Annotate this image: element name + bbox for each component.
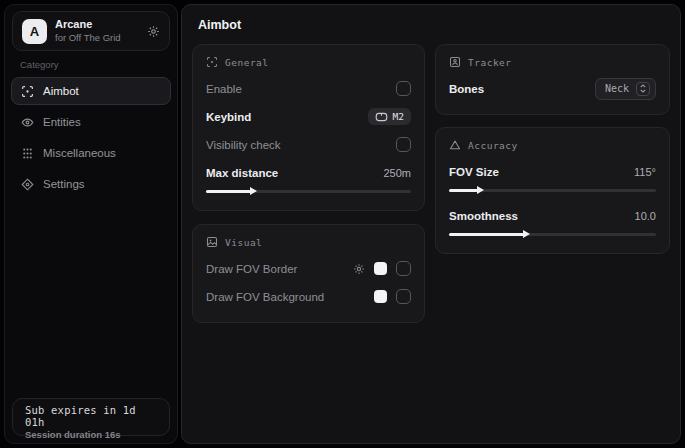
- general-card-title: General: [225, 57, 269, 68]
- triangle-icon: [449, 139, 461, 151]
- visual-card: Visual Draw FOV Border: [192, 224, 425, 323]
- viewfinder-icon: [206, 56, 218, 68]
- fov-background-color-swatch[interactable]: [374, 290, 387, 303]
- max-distance-row: Max distance 250m: [206, 164, 411, 181]
- fov-background-controls: [374, 289, 411, 304]
- sidebar-item-label: Aimbot: [43, 85, 79, 97]
- tracker-card-title: Tracker: [468, 57, 512, 68]
- fov-border-row: Draw FOV Border: [206, 260, 411, 277]
- visual-card-header: Visual: [206, 236, 411, 248]
- tracker-card: Tracker Bones Neck: [435, 44, 670, 115]
- main-panel: Aimbot General Enable: [181, 4, 681, 444]
- visibility-check-label: Visibility check: [206, 139, 281, 151]
- person-scan-icon: [449, 56, 461, 68]
- sidebar-item-settings[interactable]: Settings: [11, 170, 171, 198]
- mouse-icon: [375, 112, 388, 122]
- fov-size-slider-thumb[interactable]: [477, 186, 484, 194]
- session-duration-text: Session duration 16s: [25, 429, 157, 440]
- unfold-icon: [636, 82, 650, 96]
- tracker-card-header: Tracker: [449, 56, 656, 68]
- sidebar: A Arcane for Off The Grid Category Aimbo…: [4, 4, 178, 444]
- app-name: Arcane: [55, 18, 139, 32]
- general-card: General Enable Keybind: [192, 44, 425, 211]
- sidebar-item-aimbot[interactable]: Aimbot: [11, 77, 171, 105]
- accuracy-card-header: Accuracy: [449, 139, 656, 151]
- max-distance-slider-thumb[interactable]: [250, 187, 257, 195]
- brand-card: A Arcane for Off The Grid: [12, 11, 170, 51]
- settings-icon: [21, 178, 34, 191]
- fov-border-controls: [353, 261, 411, 276]
- bones-select-button[interactable]: Neck: [595, 78, 656, 100]
- app-logo: A: [22, 19, 47, 44]
- max-distance-label: Max distance: [206, 167, 278, 179]
- smoothness-row: Smoothness 10.0: [449, 207, 656, 224]
- keybind-value: M2: [393, 111, 404, 122]
- crosshair-icon: [21, 85, 34, 98]
- smoothness-slider-thumb[interactable]: [523, 230, 530, 238]
- fov-size-label: FOV Size: [449, 166, 499, 178]
- right-column: Tracker Bones Neck: [435, 44, 670, 254]
- accuracy-card-title: Accuracy: [468, 140, 518, 151]
- sidebar-item-entities[interactable]: Entities: [11, 108, 171, 136]
- gear-icon[interactable]: [353, 263, 365, 275]
- fov-border-checkbox[interactable]: [396, 261, 411, 276]
- fov-size-row: FOV Size 115°: [449, 163, 656, 180]
- smoothness-slider-fill: [449, 233, 524, 236]
- bones-value: Neck: [605, 83, 629, 94]
- visibility-check-checkbox[interactable]: [396, 137, 411, 152]
- keybind-label: Keybind: [206, 111, 251, 123]
- enable-label: Enable: [206, 83, 242, 95]
- max-distance-value: 250m: [383, 167, 411, 179]
- visibility-check-row: Visibility check: [206, 136, 411, 153]
- category-label: Category: [5, 59, 177, 70]
- general-card-header: General: [206, 56, 411, 68]
- fov-background-label: Draw FOV Background: [206, 291, 324, 303]
- gear-icon[interactable]: [147, 25, 160, 38]
- fov-size-slider[interactable]: [449, 189, 656, 192]
- left-column: General Enable Keybind: [192, 44, 425, 323]
- fov-size-slider-fill: [449, 189, 478, 192]
- brand-text: Arcane for Off The Grid: [55, 18, 139, 44]
- accuracy-card: Accuracy FOV Size 115° Smoothness 10.0: [435, 127, 670, 254]
- bones-label: Bones: [449, 83, 484, 95]
- keybind-button[interactable]: M2: [368, 108, 411, 125]
- bones-row: Bones Neck: [449, 80, 656, 97]
- page-title: Aimbot: [182, 5, 680, 32]
- enable-checkbox[interactable]: [396, 81, 411, 96]
- fov-border-color-swatch[interactable]: [374, 262, 387, 275]
- fov-background-checkbox[interactable]: [396, 289, 411, 304]
- fov-size-value: 115°: [634, 166, 656, 178]
- subscription-card: Sub expires in 1d 01h Session duration 1…: [12, 398, 170, 436]
- sidebar-item-miscellaneous[interactable]: Miscellaneous: [11, 139, 171, 167]
- visual-card-title: Visual: [225, 237, 262, 248]
- sub-expiry-text: Sub expires in 1d 01h: [25, 404, 157, 428]
- content-columns: General Enable Keybind: [182, 32, 680, 323]
- image-icon: [206, 236, 218, 248]
- smoothness-label: Smoothness: [449, 210, 518, 222]
- fov-border-label: Draw FOV Border: [206, 263, 297, 275]
- sidebar-item-label: Entities: [43, 116, 81, 128]
- smoothness-value: 10.0: [635, 210, 656, 222]
- max-distance-slider[interactable]: [206, 190, 411, 193]
- sidebar-item-label: Settings: [43, 178, 85, 190]
- grid-icon: [21, 147, 34, 160]
- sidebar-item-label: Miscellaneous: [43, 147, 116, 159]
- smoothness-slider[interactable]: [449, 233, 656, 236]
- fov-background-row: Draw FOV Background: [206, 288, 411, 305]
- sidebar-nav: Aimbot Entities Miscellaneous: [5, 77, 177, 198]
- max-distance-slider-fill: [206, 190, 251, 193]
- app-subtitle: for Off The Grid: [55, 32, 139, 44]
- keybind-row: Keybind M2: [206, 108, 411, 125]
- eye-icon: [21, 116, 34, 129]
- enable-row: Enable: [206, 80, 411, 97]
